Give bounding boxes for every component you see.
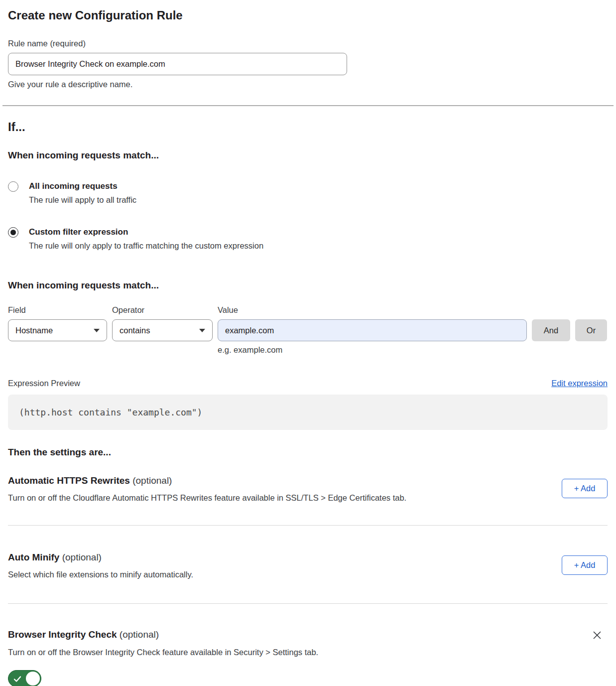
setting-optional-tag: (optional) xyxy=(132,475,172,486)
setting-automatic-https-rewrites: Automatic HTTPS Rewrites (optional) Turn… xyxy=(8,475,608,525)
value-helper: e.g. example.com xyxy=(218,345,608,355)
rule-name-label: Rule name (required) xyxy=(8,38,608,48)
edit-expression-link[interactable]: Edit expression xyxy=(551,379,608,388)
or-button[interactable]: Or xyxy=(575,319,607,341)
setting-auto-minify: Auto Minify (optional) Select which file… xyxy=(8,551,608,603)
radio-all-incoming-requests[interactable]: All incoming requests The rule will appl… xyxy=(8,181,608,205)
setting-title: Automatic HTTPS Rewrites xyxy=(8,475,130,486)
setting-description: Turn on or off the Browser Integrity Che… xyxy=(8,647,608,657)
setting-description: Select which file extensions to minify a… xyxy=(8,569,193,579)
browser-integrity-check-toggle[interactable] xyxy=(8,670,41,686)
radio-custom-filter-expression[interactable]: Custom filter expression The rule will o… xyxy=(8,227,608,251)
close-icon[interactable] xyxy=(592,630,603,641)
add-automatic-https-rewrites-button[interactable]: + Add xyxy=(562,479,608,498)
radio-description: The rule will only apply to traffic matc… xyxy=(29,241,263,251)
builder-heading: When incoming requests match... xyxy=(8,279,608,291)
section-divider xyxy=(8,525,608,526)
operator-select[interactable]: contains xyxy=(112,319,213,341)
setting-description: Turn on or off the Cloudflare Automatic … xyxy=(8,493,406,503)
setting-browser-integrity-check: Browser Integrity Check (optional) Turn … xyxy=(8,629,608,686)
radio-button-icon[interactable] xyxy=(8,181,18,192)
expression-builder: When incoming requests match... Field Ho… xyxy=(8,279,608,355)
create-configuration-rule-form: Create new Configuration Rule Rule name … xyxy=(0,8,616,686)
add-auto-minify-button[interactable]: + Add xyxy=(562,555,608,575)
chevron-down-icon xyxy=(94,329,100,332)
setting-optional-tag: (optional) xyxy=(62,552,102,562)
match-heading: When incoming requests match... xyxy=(8,149,608,161)
section-divider xyxy=(2,105,614,106)
expression-code: (http.host contains "example.com") xyxy=(19,407,202,417)
field-select[interactable]: Hostname xyxy=(8,319,107,341)
and-button[interactable]: And xyxy=(532,319,570,341)
expression-preview-label: Expression Preview xyxy=(8,379,80,388)
checkmark-icon xyxy=(13,675,22,684)
radio-description: The rule will apply to all traffic xyxy=(29,195,136,205)
operator-select-value: contains xyxy=(120,326,150,335)
value-label: Value xyxy=(218,305,527,315)
field-label: Field xyxy=(8,305,107,315)
toggle-knob[interactable] xyxy=(26,672,40,686)
rule-name-helper: Give your rule a descriptive name. xyxy=(8,79,608,89)
radio-label: All incoming requests xyxy=(29,181,136,191)
radio-label: Custom filter expression xyxy=(29,227,263,237)
setting-optional-tag: (optional) xyxy=(120,629,159,640)
setting-title: Browser Integrity Check xyxy=(8,629,117,640)
chevron-down-icon xyxy=(199,329,205,332)
page-title: Create new Configuration Rule xyxy=(8,8,608,23)
rule-name-input[interactable] xyxy=(8,53,347,75)
then-heading: Then the settings are... xyxy=(8,446,608,458)
field-select-value: Hostname xyxy=(15,326,53,335)
expression-preview-box: (http.host contains "example.com") xyxy=(8,395,608,430)
operator-label: Operator xyxy=(112,305,213,315)
section-divider xyxy=(8,603,608,604)
radio-button-icon[interactable] xyxy=(8,227,18,238)
value-input[interactable] xyxy=(218,319,527,341)
if-heading: If... xyxy=(8,120,608,135)
setting-title: Auto Minify xyxy=(8,552,59,562)
